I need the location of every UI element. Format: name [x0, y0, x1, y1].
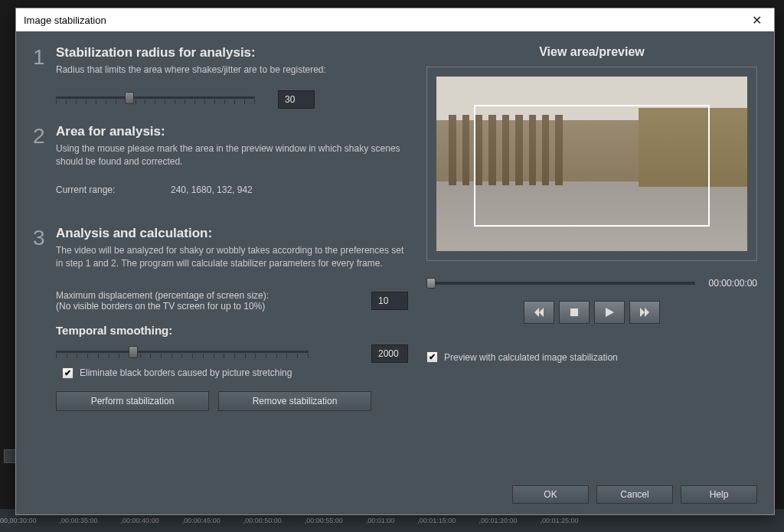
preview-heading: View area/preview: [426, 45, 757, 59]
preview-video[interactable]: [436, 77, 747, 251]
perform-stabilization-button[interactable]: Perform stabilization: [56, 391, 209, 411]
step-number: 3: [33, 226, 56, 250]
preview-stabilization-checkbox[interactable]: ✔: [426, 351, 438, 363]
radius-slider[interactable]: [56, 90, 255, 109]
step3-description: The video will be analyzed for shaky or …: [56, 244, 408, 270]
eliminate-borders-label: Eliminate black borders caused by pictur…: [80, 367, 292, 378]
step-3: 3 Analysis and calculation: The video wi…: [33, 226, 408, 411]
step-1: 1 Stabilization radius for analysis: Rad…: [33, 45, 408, 109]
help-button[interactable]: Help: [681, 485, 757, 504]
step1-description: Radius that limits the area where shakes…: [56, 64, 408, 77]
cancel-button[interactable]: Cancel: [596, 485, 673, 504]
preview-stabilization-label: Preview with calculated image stabilizat…: [444, 352, 618, 363]
selection-rectangle[interactable]: [474, 105, 710, 227]
smoothing-label: Temporal smoothing:: [56, 324, 172, 337]
smoothing-value[interactable]: 2000: [371, 344, 408, 363]
step2-description: Using the mouse please mark the area in …: [56, 142, 408, 168]
dialog-titlebar: Image stabilization ✕: [16, 8, 774, 31]
step-2: 2 Area for analysis: Using the mouse ple…: [33, 124, 408, 196]
step1-heading: Stabilization radius for analysis:: [56, 45, 408, 60]
step3-heading: Analysis and calculation:: [56, 226, 408, 241]
rewind-button[interactable]: [524, 301, 554, 324]
ok-button[interactable]: OK: [512, 485, 589, 504]
image-stabilization-dialog: Image stabilization ✕ 1 Stabilization ra…: [15, 8, 775, 515]
play-button[interactable]: [594, 301, 625, 324]
svg-rect-0: [570, 308, 578, 316]
close-icon[interactable]: ✕: [747, 13, 766, 28]
current-range-label: Current range:: [56, 184, 171, 195]
displacement-label: Maximum displacement (percentage of scre…: [56, 290, 269, 301]
fast-forward-button[interactable]: [629, 301, 660, 324]
smoothing-slider[interactable]: [56, 344, 309, 363]
stop-button[interactable]: [559, 301, 590, 324]
timecode-display: 00:00:00:00: [709, 278, 757, 289]
radius-value[interactable]: 30: [278, 90, 315, 109]
preview-timeline-slider[interactable]: [426, 282, 695, 285]
eliminate-borders-checkbox[interactable]: ✔: [62, 367, 74, 379]
displacement-hint: (No visible borders on the TV screen for…: [56, 301, 269, 312]
preview-frame: [426, 67, 757, 261]
displacement-value[interactable]: 10: [371, 292, 408, 310]
step-number: 2: [33, 124, 56, 149]
remove-stabilization-button[interactable]: Remove stabilization: [218, 391, 371, 411]
step-number: 1: [33, 45, 56, 70]
dialog-title: Image stabilization: [24, 15, 106, 26]
step2-heading: Area for analysis:: [56, 124, 408, 139]
current-range-value: 240, 1680, 132, 942: [171, 184, 253, 195]
